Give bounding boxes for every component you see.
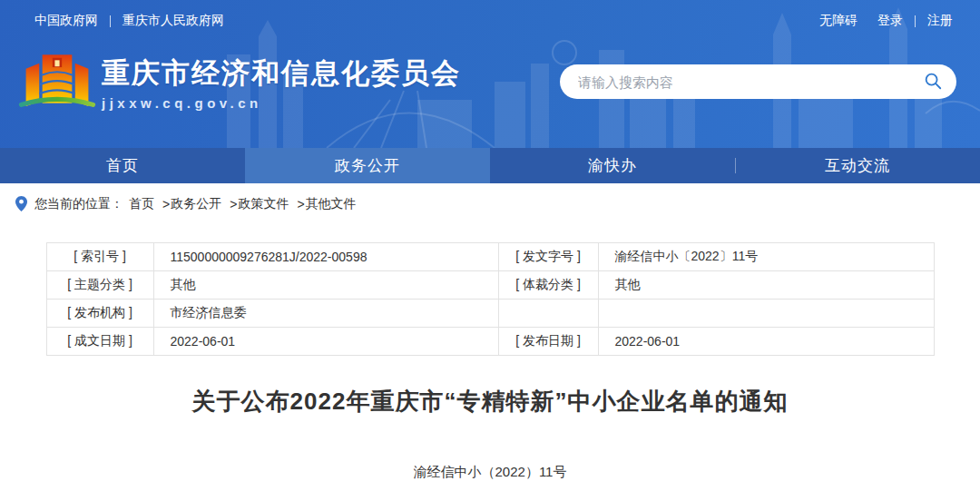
- topbar-divider: [110, 15, 111, 27]
- breadcrumb-item-other-files[interactable]: 其他文件: [306, 196, 357, 212]
- meta-label: [ 发文字号 ]: [498, 243, 598, 271]
- meta-value: [598, 300, 934, 328]
- breadcrumb-item-disclosure[interactable]: 政务公开: [171, 196, 221, 212]
- meta-label: [ 主题分类 ]: [46, 271, 153, 300]
- meta-value: 2022-06-01: [598, 328, 934, 356]
- document-number: 渝经信中小（2022）11号: [0, 464, 980, 481]
- meta-value: 11500000009276281J/2022-00598: [153, 243, 498, 271]
- site-title: 重庆市经济和信息化委员会: [102, 58, 461, 89]
- nav-item-gov-disclosure[interactable]: 政务公开: [245, 148, 490, 183]
- nav-item-yukuaiban[interactable]: 渝快办: [490, 148, 735, 183]
- meta-row-publisher: [ 发布机构 ] 市经济信息委: [46, 300, 934, 328]
- breadcrumb-item-home[interactable]: 首页: [129, 196, 154, 212]
- meta-row-dates: [ 成文日期 ] 2022-06-01 [ 发布日期 ] 2022-06-01: [46, 328, 934, 356]
- search-button[interactable]: [922, 71, 944, 93]
- breadcrumb-item-policy-files[interactable]: 政策文件: [238, 196, 289, 212]
- main-nav: 首页 政务公开 渝快办 互动交流: [0, 148, 980, 183]
- nav-item-home[interactable]: 首页: [0, 148, 245, 183]
- meta-label: [ 索引号 ]: [46, 243, 153, 271]
- brand-text: 重庆市经济和信息化委员会 jjxxw.cq.gov.cn: [102, 58, 461, 110]
- site-url: jjxxw.cq.gov.cn: [102, 95, 461, 111]
- meta-value: 2022-06-01: [153, 328, 498, 356]
- breadcrumb: 您当前的位置： 首页 > 政务公开 > 政策文件 > 其他文件: [0, 183, 980, 224]
- meta-label: [ 成文日期 ]: [46, 328, 153, 356]
- meta-label: [ 发布机构 ]: [46, 300, 153, 328]
- site-brand[interactable]: 重庆市经济和信息化委员会 jjxxw.cq.gov.cn: [18, 45, 461, 123]
- meta-value: 其他: [153, 271, 498, 300]
- link-login[interactable]: 登录: [877, 13, 903, 29]
- link-china-gov[interactable]: 中国政府网: [34, 13, 98, 29]
- article-title: 关于公布2022年重庆市“专精特新”中小企业名单的通知: [0, 386, 980, 418]
- meta-value: 市经济信息委: [153, 300, 498, 328]
- breadcrumb-prefix: 您当前的位置：: [34, 196, 123, 212]
- link-accessibility[interactable]: 无障碍: [819, 13, 858, 29]
- document-meta-table: [ 索引号 ] 11500000009276281J/2022-00598 [ …: [46, 242, 935, 356]
- topbar-divider: [915, 15, 916, 27]
- meta-label: [ 发布日期 ]: [498, 328, 598, 356]
- meta-value: 渝经信中小〔2022〕11号: [598, 243, 934, 271]
- meta-row-category: [ 主题分类 ] 其他 [ 体裁分类 ] 其他: [46, 271, 934, 300]
- meta-label: [ 体裁分类 ]: [498, 271, 598, 300]
- meta-value: 其他: [598, 271, 934, 300]
- agency-logo-icon: [18, 45, 96, 123]
- search-icon: [923, 71, 943, 91]
- link-register[interactable]: 注册: [927, 13, 953, 29]
- topbar: 中国政府网 重庆市人民政府网 无障碍 登录 注册: [34, 13, 953, 29]
- search-input[interactable]: [576, 74, 922, 91]
- location-pin-icon: [15, 196, 27, 211]
- meta-row-index-number: [ 索引号 ] 11500000009276281J/2022-00598 [ …: [46, 243, 934, 271]
- breadcrumb-separator: >: [297, 197, 304, 211]
- link-cq-gov[interactable]: 重庆市人民政府网: [122, 13, 224, 29]
- site-header: 中国政府网 重庆市人民政府网 无障碍 登录 注册: [0, 0, 980, 148]
- search-bar: [560, 64, 956, 99]
- breadcrumb-separator: >: [162, 197, 170, 211]
- meta-label: [498, 300, 598, 328]
- breadcrumb-separator: >: [230, 197, 237, 211]
- nav-item-interaction[interactable]: 互动交流: [735, 148, 980, 183]
